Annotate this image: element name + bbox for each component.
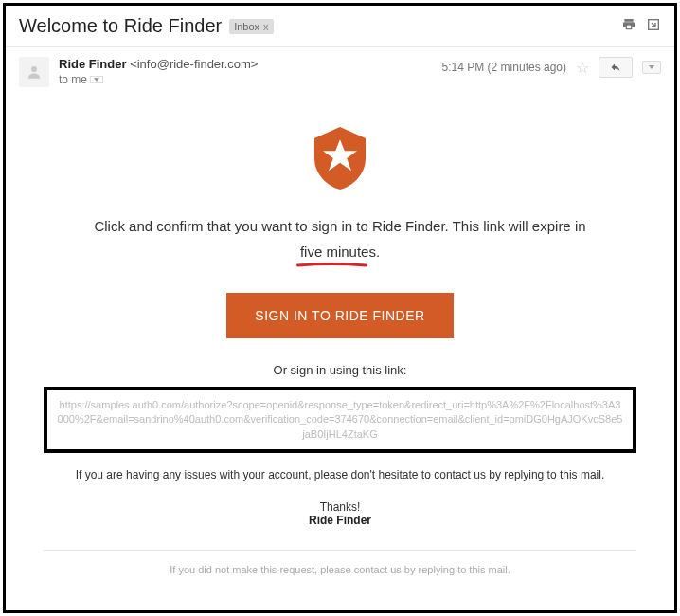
timestamp: 5:14 PM (2 minutes ago) (442, 61, 566, 74)
chevron-down-icon (94, 78, 99, 82)
sign-in-button[interactable]: SIGN IN TO RIDE FINDER (226, 293, 453, 338)
footer-text: If you did not make this request, please… (6, 551, 674, 589)
inbox-tag-label: Inbox (234, 21, 259, 32)
inbox-tag-close[interactable]: x (263, 21, 269, 32)
chevron-down-icon (649, 65, 654, 69)
body-line-1: Click and confirm that you want to sign … (44, 216, 636, 238)
reply-button[interactable] (599, 57, 633, 78)
recipient-dropdown[interactable] (90, 76, 103, 83)
recipient-label: to me (59, 73, 87, 86)
avatar (19, 57, 49, 87)
signoff-name: Ride Finder (44, 514, 636, 527)
thanks-text: Thanks! (44, 500, 636, 514)
svg-point-1 (31, 66, 37, 72)
signin-link-box[interactable]: https://samples.auth0.com/authorize?scop… (44, 387, 636, 453)
sender-name: Ride Finder (59, 57, 127, 71)
alt-link-label: Or sign in using this link: (44, 363, 636, 377)
more-actions-button[interactable] (642, 61, 661, 74)
sender-email: <info@ride-finder.com> (130, 57, 258, 71)
inbox-tag[interactable]: Inbox x (229, 19, 273, 34)
email-subject: Welcome to Ride Finder (19, 15, 222, 37)
help-text: If you are having any issues with your a… (44, 466, 636, 483)
star-icon[interactable]: ☆ (576, 59, 589, 77)
open-new-window-icon[interactable] (646, 17, 661, 36)
print-icon[interactable] (621, 17, 636, 36)
body-emphasis: five minutes. (300, 244, 380, 260)
red-underline-annotation (296, 263, 367, 268)
brand-shield-icon (312, 127, 368, 190)
